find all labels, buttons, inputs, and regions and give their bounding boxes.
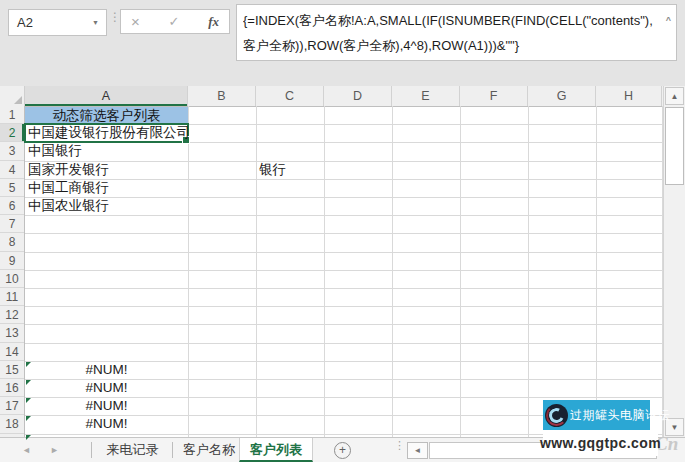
cell-A5[interactable]: 中国工商银行 [28,179,109,197]
name-box-value: A2 [17,15,92,30]
sheet-tab-kehuliebiao-active[interactable]: 客户列表 [239,438,313,462]
watermark-forum-name: 过期罐头电脑论坛 [570,407,670,424]
cell-C4[interactable]: 银行 [259,161,323,179]
row-header-13[interactable]: 13 [0,324,24,342]
gridline-horizontal [25,343,663,344]
sheet-tab-laidianjilu[interactable]: 来电记录 [94,438,171,462]
excel-window: A2 ▼ ⋮ × ✓ fx {=INDEX(客户名称!A:A,SMALL(IF(… [0,0,685,462]
sheet-tab-kehumingcheng[interactable]: 客户名称 [174,438,244,462]
gridline-vertical [324,106,325,437]
row-header-18[interactable]: 18 [0,415,24,433]
row-header-8[interactable]: 8 [0,233,24,251]
name-box[interactable]: A2 ▼ [8,9,107,36]
cell-A4[interactable]: 国家开发银行 [28,161,109,179]
row-header-17[interactable]: 17 [0,397,24,415]
gridline-horizontal [25,197,663,198]
forum-logo-icon [545,404,568,427]
row-header-16[interactable]: 16 [0,379,24,397]
gridline-horizontal [25,161,663,162]
gridline-horizontal [25,306,663,307]
formula-bar-row: A2 ▼ ⋮ × ✓ fx {=INDEX(客户名称!A:A,SMALL(IF(… [0,0,685,84]
vertical-scrollbar-thumb[interactable] [665,107,684,185]
formula-line-2: 客户全称)),ROW(客户全称),4^8),ROW(A1)))&""} [243,33,656,58]
gridline-horizontal [25,233,663,234]
cell-A2[interactable]: 中国建设银行股份有限公司 [28,124,190,142]
gridline-vertical [188,106,189,437]
collapse-formula-bar-icon[interactable]: ^ [666,15,671,25]
cancel-icon[interactable]: × [131,13,140,30]
add-sheet-icon[interactable]: + [334,442,351,459]
gridline-horizontal [25,324,663,325]
formula-line-1: {=INDEX(客户名称!A:A,SMALL(IF(ISNUMBER(FIND(… [243,8,656,33]
watermark-url: www.gqgtpc.com [543,430,658,456]
tab-separator [91,442,92,458]
cell-A18-value: #NUM! [85,416,127,431]
gridline-vertical [256,106,257,437]
error-indicator-icon [26,398,31,403]
gridline-horizontal [25,215,663,216]
row-header-5[interactable]: 5 [0,179,24,197]
row-header-9[interactable]: 9 [0,252,24,270]
row-header-6[interactable]: 6 [0,197,24,215]
cell-A16-value: #NUM! [85,380,127,395]
tab-nav-left-icon[interactable]: ◄ [22,445,31,455]
cell-A3[interactable]: 中国银行 [28,142,82,160]
cell-A15[interactable]: #NUM! [25,361,188,379]
tab-separator [172,442,173,458]
select-all-triangle-icon [14,96,22,104]
column-header-G[interactable]: G [528,86,596,106]
row-header-10[interactable]: 10 [0,270,24,288]
row-header-4[interactable]: 4 [0,161,24,179]
row-header-7[interactable]: 7 [0,215,24,233]
formula-buttons: × ✓ fx [120,9,230,34]
tab-nav-right-icon[interactable]: ► [50,445,59,455]
column-header-B[interactable]: B [188,86,256,106]
column-headers: ABCDEFGH [0,86,663,107]
cell-A1[interactable]: 动态筛选客户列表 [25,107,188,125]
row-header-14[interactable]: 14 [0,343,24,361]
error-indicator-icon [26,362,31,367]
select-all-corner[interactable] [0,86,25,106]
row-header-1[interactable]: 1 [0,106,24,124]
cell-A15-value: #NUM! [85,362,127,377]
row-header-11[interactable]: 11 [0,288,24,306]
error-indicator-icon [26,416,31,421]
gridline-horizontal [25,288,663,289]
error-indicator-icon [26,435,31,440]
hscroll-separator-dots-icon: ⋮ [394,440,404,450]
gridline-vertical [528,106,529,437]
column-header-C[interactable]: C [256,86,324,106]
formula-bar-separator-dots-icon: ⋮ [109,12,119,34]
gridline-horizontal [25,179,663,180]
scroll-up-icon[interactable]: ▲ [665,87,684,105]
column-header-A[interactable]: A [25,86,188,106]
formula-input[interactable]: {=INDEX(客户名称!A:A,SMALL(IF(ISNUMBER(FIND(… [236,4,677,61]
enter-icon[interactable]: ✓ [169,14,180,29]
watermark-badge: 过期罐头电脑论坛 [543,400,650,430]
column-header-D[interactable]: D [324,86,392,106]
column-header-F[interactable]: F [460,86,528,106]
gridline-horizontal [25,252,663,253]
gridline-vertical [596,106,597,437]
column-header-H[interactable]: H [596,86,662,106]
hscroll-left-icon[interactable]: ◄ [407,442,428,459]
insert-function-icon[interactable]: fx [208,14,219,30]
row-header-12[interactable]: 12 [0,306,24,324]
row-header-15[interactable]: 15 [0,361,24,379]
gridline-vertical [392,106,393,437]
row-header-2[interactable]: 2 [0,124,24,142]
name-box-dropdown-icon[interactable]: ▼ [92,19,99,26]
gridline-horizontal [25,270,663,271]
cell-A17-value: #NUM! [85,398,127,413]
cell-A6[interactable]: 中国农业银行 [28,197,109,215]
column-header-E[interactable]: E [392,86,460,106]
cell-A17[interactable]: #NUM! [25,397,188,415]
cell-A18[interactable]: #NUM! [25,415,188,433]
row-header-3[interactable]: 3 [0,142,24,160]
cell-A16[interactable]: #NUM! [25,379,188,397]
error-indicator-icon [26,380,31,385]
row-headers: 123456789101112131415161718 [0,106,25,437]
gridline-vertical [460,106,461,437]
